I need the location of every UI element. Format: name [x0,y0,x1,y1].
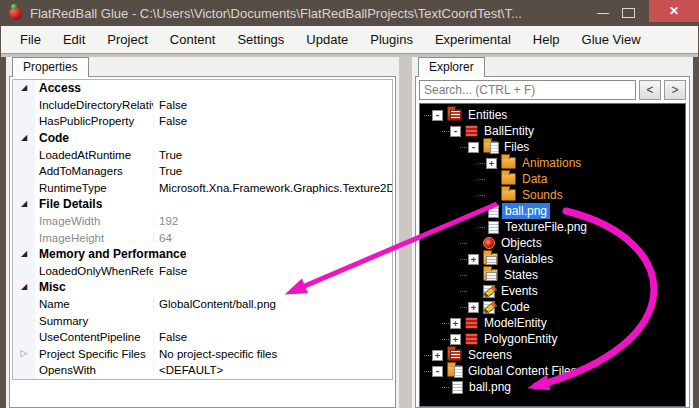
title-bar: FlatRedBall Glue - C:\Users\Victor\Docum… [0,0,699,26]
expand-icon[interactable] [468,302,479,313]
menu-help[interactable]: Help [522,32,571,47]
tree-item-texturefilepng[interactable]: TextureFile.png [420,219,685,235]
property-row[interactable]: RuntimeType Microsoft.Xna.Framework.Grap… [13,180,392,197]
file-icon [452,381,463,394]
minimize-button[interactable]: — [592,3,614,23]
property-category-row[interactable]: ◢ Code [13,130,392,147]
tree-item-states[interactable]: States [420,267,685,283]
file-icon [488,205,499,218]
expand-icon[interactable] [486,158,497,169]
search-row: < > [419,80,686,100]
folder-panel-icon [483,253,498,265]
property-row[interactable]: LoadedAtRuntime True [13,146,392,163]
tree-item-data[interactable]: Data [420,171,685,187]
category-expanded-icon[interactable]: ◢ [21,250,27,258]
explorer-panel: Explorer < > Entities BallEntity Files [412,57,693,408]
category-expanded-icon[interactable]: ◢ [21,84,27,92]
tree-item-events[interactable]: Events [420,283,685,299]
window-title: FlatRedBall Glue - C:\Users\Victor\Docum… [30,6,592,21]
expand-icon[interactable] [432,350,443,361]
folder-file-icon [447,365,462,377]
menu-glue-view[interactable]: Glue View [571,32,652,47]
expand-icon[interactable] [468,254,479,265]
property-row[interactable]: UseContentPipeline False [13,329,392,346]
tree-item-global-content-files[interactable]: Global Content Files [420,363,685,379]
property-row-readonly[interactable]: ImageHeight 64 [13,229,392,246]
expand-icon[interactable] [450,318,461,329]
folder-grid-icon [447,349,462,361]
tree-item-ballpng-global[interactable]: ball.png [420,379,685,395]
tree-item-files[interactable]: Files [420,139,685,155]
tree-item-sounds[interactable]: Sounds [420,187,685,203]
tree-item-animations[interactable]: Animations [420,155,685,171]
page-pencil-icon [483,301,495,314]
property-row[interactable]: Summary [13,312,392,329]
properties-panel: Properties ◢ Access IncludeDirectoryRela… [6,57,399,408]
collapse-icon[interactable] [432,366,443,377]
menu-bar: File Edit Project Content Settings Updat… [1,26,698,54]
search-prev-button[interactable]: < [639,80,661,100]
property-category-row[interactable]: ◢ Memory and Performance [13,246,392,263]
property-row[interactable]: LoadedOnlyWhenReferenced False [13,263,392,280]
explorer-tree: Entities BallEntity Files Animations Dat [419,103,686,407]
folder-icon [501,157,516,169]
search-input[interactable] [419,80,636,100]
property-grid: ◢ Access IncludeDirectoryRelative False … [12,79,393,380]
menu-content[interactable]: Content [159,32,227,47]
category-expanded-icon[interactable]: ◢ [21,283,27,291]
property-category-row[interactable]: ◢ File Details [13,196,392,213]
folder-file-icon [483,141,498,153]
property-row-name[interactable]: Name GlobalContent/ball.png [13,296,392,313]
tree-item-modelentity[interactable]: ModelEntity [420,315,685,331]
property-row[interactable]: OpensWith <DEFAULT> [13,362,392,379]
entity-icon [465,317,478,329]
tree-item-variables[interactable]: Variables [420,251,685,267]
tab-explorer[interactable]: Explorer [418,57,485,77]
folder-icon [501,189,516,201]
properties-panel-body: ◢ Access IncludeDirectoryRelative False … [9,76,396,408]
folder-grid-icon [447,109,462,121]
app-logo-icon [9,7,22,20]
search-next-button[interactable]: > [664,80,686,100]
expand-icon[interactable] [450,334,461,345]
collapse-icon[interactable] [432,110,443,121]
menu-settings[interactable]: Settings [226,32,295,47]
entity-icon [465,333,478,345]
tree-item-ballentity[interactable]: BallEntity [420,123,685,139]
explorer-panel-body: < > Entities BallEntity Files [415,76,690,408]
object-icon [483,237,495,249]
property-row[interactable]: HasPublicProperty False [13,113,392,130]
panel-splitter[interactable] [399,57,412,408]
property-category-row[interactable]: ◢ Access [13,80,392,97]
tab-properties[interactable]: Properties [12,57,89,77]
menu-edit[interactable]: Edit [52,32,96,47]
property-row[interactable]: IncludeDirectoryRelative False [13,97,392,114]
page-pencil-icon [483,285,495,298]
menu-file[interactable]: File [9,32,52,47]
tree-item-entities[interactable]: Entities [420,107,685,123]
tree-item-ballpng-selected[interactable]: ball.png [420,203,685,219]
menu-experimental[interactable]: Experimental [424,32,522,47]
collapse-icon[interactable] [450,126,461,137]
property-row-readonly[interactable]: ImageWidth 192 [13,213,392,230]
file-icon [488,221,499,234]
category-expanded-icon[interactable]: ◢ [21,134,27,142]
maximize-button[interactable] [622,8,635,18]
row-collapsed-icon[interactable]: ▷ [21,349,28,358]
tree-item-code[interactable]: Code [420,299,685,315]
property-row-expandable[interactable]: ▷ Project Specific Files No project-spec… [13,346,392,363]
entity-icon [465,125,478,137]
menu-plugins[interactable]: Plugins [359,32,424,47]
close-button[interactable]: ✕ [649,0,699,22]
folder-icon [501,173,516,185]
menu-project[interactable]: Project [96,32,158,47]
category-expanded-icon[interactable]: ◢ [21,200,27,208]
tree-item-screens[interactable]: Screens [420,347,685,363]
tree-item-polygonentity[interactable]: PolygonEntity [420,331,685,347]
property-row[interactable]: AddToManagers True [13,163,392,180]
folder-panel-icon [483,269,498,281]
menu-update[interactable]: Update [295,32,359,47]
property-category-row[interactable]: ◢ Misc [13,279,392,296]
collapse-icon[interactable] [468,142,479,153]
tree-item-objects[interactable]: Objects [420,235,685,251]
